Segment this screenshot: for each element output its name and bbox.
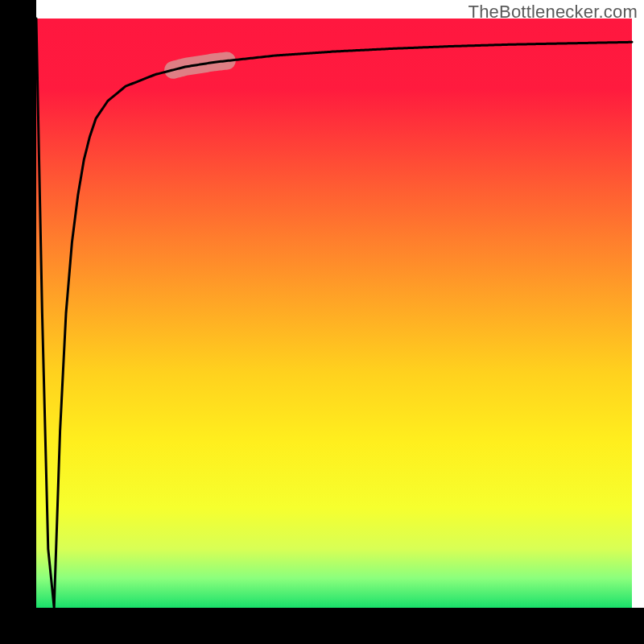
x-axis <box>0 608 644 644</box>
y-axis <box>0 0 36 644</box>
chart-frame: TheBottlenecker.com <box>0 0 644 644</box>
plot-background <box>36 19 632 608</box>
watermark-text: TheBottlenecker.com <box>469 2 638 23</box>
chart-svg <box>0 0 644 644</box>
